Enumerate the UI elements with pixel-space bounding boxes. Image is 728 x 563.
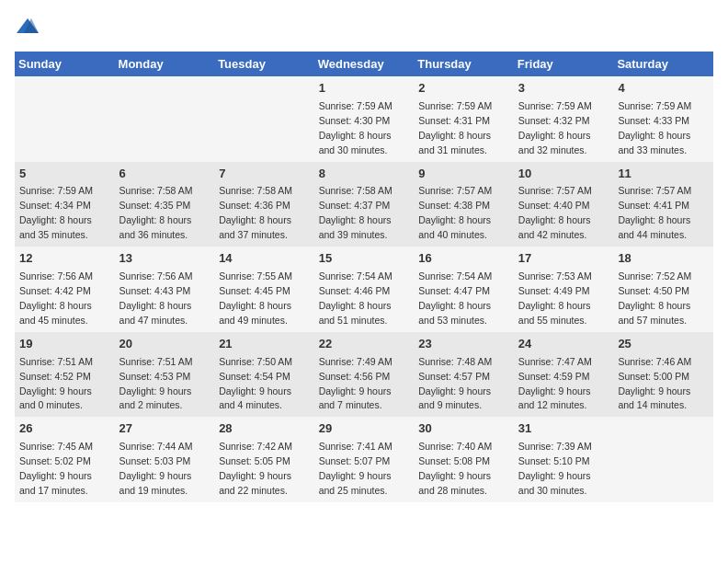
day-cell: 3Sunrise: 7:59 AM Sunset: 4:32 PM Daylig… bbox=[514, 76, 614, 162]
week-row-1: 1Sunrise: 7:59 AM Sunset: 4:30 PM Daylig… bbox=[15, 76, 713, 162]
day-cell: 29Sunrise: 7:41 AM Sunset: 5:07 PM Dayli… bbox=[314, 417, 415, 502]
day-info: Sunrise: 7:58 AM Sunset: 4:37 PM Dayligh… bbox=[319, 185, 392, 240]
day-header-wednesday: Wednesday bbox=[314, 52, 415, 76]
day-info: Sunrise: 7:57 AM Sunset: 4:40 PM Dayligh… bbox=[518, 185, 592, 240]
day-number: 16 bbox=[418, 250, 509, 268]
day-number: 13 bbox=[119, 250, 210, 268]
day-cell: 1Sunrise: 7:59 AM Sunset: 4:30 PM Daylig… bbox=[314, 76, 415, 162]
week-row-3: 12Sunrise: 7:56 AM Sunset: 4:42 PM Dayli… bbox=[15, 247, 713, 332]
day-cell bbox=[15, 76, 115, 162]
day-number: 8 bbox=[319, 166, 410, 183]
day-number: 15 bbox=[319, 250, 410, 268]
day-info: Sunrise: 7:59 AM Sunset: 4:31 PM Dayligh… bbox=[418, 100, 492, 155]
day-number: 11 bbox=[618, 166, 709, 183]
day-info: Sunrise: 7:41 AM Sunset: 5:07 PM Dayligh… bbox=[319, 441, 392, 496]
day-info: Sunrise: 7:59 AM Sunset: 4:32 PM Dayligh… bbox=[518, 100, 592, 155]
day-number: 30 bbox=[418, 420, 509, 438]
day-info: Sunrise: 7:56 AM Sunset: 4:43 PM Dayligh… bbox=[119, 270, 193, 326]
day-cell bbox=[613, 417, 713, 502]
day-cell: 25Sunrise: 7:46 AM Sunset: 5:00 PM Dayli… bbox=[613, 332, 713, 418]
page-header bbox=[15, 15, 713, 40]
day-number: 6 bbox=[119, 166, 210, 183]
day-cell: 31Sunrise: 7:39 AM Sunset: 5:10 PM Dayli… bbox=[514, 417, 614, 502]
logo-icon bbox=[15, 15, 40, 40]
day-header-sunday: Sunday bbox=[15, 52, 115, 76]
day-number: 28 bbox=[219, 420, 310, 438]
day-cell bbox=[115, 76, 215, 162]
day-info: Sunrise: 7:48 AM Sunset: 4:57 PM Dayligh… bbox=[418, 356, 492, 411]
day-info: Sunrise: 7:42 AM Sunset: 5:05 PM Dayligh… bbox=[219, 441, 292, 496]
day-cell: 6Sunrise: 7:58 AM Sunset: 4:35 PM Daylig… bbox=[115, 162, 215, 247]
day-cell: 2Sunrise: 7:59 AM Sunset: 4:31 PM Daylig… bbox=[414, 76, 514, 162]
day-cell bbox=[214, 76, 314, 162]
day-number: 7 bbox=[219, 166, 310, 183]
day-number: 10 bbox=[518, 166, 609, 183]
day-number: 1 bbox=[319, 80, 410, 98]
day-number: 24 bbox=[518, 336, 609, 353]
day-info: Sunrise: 7:49 AM Sunset: 4:56 PM Dayligh… bbox=[319, 356, 392, 411]
day-cell: 17Sunrise: 7:53 AM Sunset: 4:49 PM Dayli… bbox=[514, 247, 614, 332]
day-number: 27 bbox=[119, 420, 210, 438]
day-cell: 16Sunrise: 7:54 AM Sunset: 4:47 PM Dayli… bbox=[414, 247, 514, 332]
day-number: 25 bbox=[618, 336, 709, 353]
day-number: 26 bbox=[19, 420, 110, 438]
day-header-thursday: Thursday bbox=[414, 52, 514, 76]
day-info: Sunrise: 7:40 AM Sunset: 5:08 PM Dayligh… bbox=[418, 441, 492, 496]
day-info: Sunrise: 7:58 AM Sunset: 4:35 PM Dayligh… bbox=[119, 185, 193, 240]
day-info: Sunrise: 7:50 AM Sunset: 4:54 PM Dayligh… bbox=[219, 356, 292, 411]
day-info: Sunrise: 7:59 AM Sunset: 4:33 PM Dayligh… bbox=[618, 100, 691, 155]
day-info: Sunrise: 7:54 AM Sunset: 4:46 PM Dayligh… bbox=[319, 270, 392, 326]
day-header-friday: Friday bbox=[514, 52, 614, 76]
day-info: Sunrise: 7:56 AM Sunset: 4:42 PM Dayligh… bbox=[19, 270, 93, 326]
day-cell: 24Sunrise: 7:47 AM Sunset: 4:59 PM Dayli… bbox=[514, 332, 614, 418]
day-cell: 15Sunrise: 7:54 AM Sunset: 4:46 PM Dayli… bbox=[314, 247, 415, 332]
day-number: 21 bbox=[219, 336, 310, 353]
day-headers-row: SundayMondayTuesdayWednesdayThursdayFrid… bbox=[15, 52, 713, 76]
day-number: 23 bbox=[418, 336, 509, 353]
day-cell: 5Sunrise: 7:59 AM Sunset: 4:34 PM Daylig… bbox=[15, 162, 115, 247]
day-info: Sunrise: 7:51 AM Sunset: 4:52 PM Dayligh… bbox=[19, 356, 93, 411]
day-info: Sunrise: 7:59 AM Sunset: 4:30 PM Dayligh… bbox=[319, 100, 392, 155]
day-cell: 18Sunrise: 7:52 AM Sunset: 4:50 PM Dayli… bbox=[613, 247, 713, 332]
day-number: 9 bbox=[418, 166, 509, 183]
day-cell: 27Sunrise: 7:44 AM Sunset: 5:03 PM Dayli… bbox=[115, 417, 215, 502]
day-info: Sunrise: 7:57 AM Sunset: 4:41 PM Dayligh… bbox=[618, 185, 691, 240]
day-cell: 7Sunrise: 7:58 AM Sunset: 4:36 PM Daylig… bbox=[214, 162, 314, 247]
day-cell: 28Sunrise: 7:42 AM Sunset: 5:05 PM Dayli… bbox=[214, 417, 314, 502]
day-number: 31 bbox=[518, 420, 609, 438]
day-number: 12 bbox=[19, 250, 110, 268]
day-cell: 14Sunrise: 7:55 AM Sunset: 4:45 PM Dayli… bbox=[214, 247, 314, 332]
day-header-saturday: Saturday bbox=[613, 52, 713, 76]
day-info: Sunrise: 7:55 AM Sunset: 4:45 PM Dayligh… bbox=[219, 270, 292, 326]
week-row-2: 5Sunrise: 7:59 AM Sunset: 4:34 PM Daylig… bbox=[15, 162, 713, 247]
day-info: Sunrise: 7:57 AM Sunset: 4:38 PM Dayligh… bbox=[418, 185, 492, 240]
day-header-tuesday: Tuesday bbox=[214, 52, 314, 76]
day-info: Sunrise: 7:52 AM Sunset: 4:50 PM Dayligh… bbox=[618, 270, 691, 326]
day-cell: 8Sunrise: 7:58 AM Sunset: 4:37 PM Daylig… bbox=[314, 162, 415, 247]
day-cell: 26Sunrise: 7:45 AM Sunset: 5:02 PM Dayli… bbox=[15, 417, 115, 502]
day-cell: 13Sunrise: 7:56 AM Sunset: 4:43 PM Dayli… bbox=[115, 247, 215, 332]
day-number: 3 bbox=[518, 80, 609, 98]
day-cell: 12Sunrise: 7:56 AM Sunset: 4:42 PM Dayli… bbox=[15, 247, 115, 332]
day-number: 20 bbox=[119, 336, 210, 353]
week-row-5: 26Sunrise: 7:45 AM Sunset: 5:02 PM Dayli… bbox=[15, 417, 713, 502]
day-number: 5 bbox=[19, 166, 110, 183]
day-cell: 20Sunrise: 7:51 AM Sunset: 4:53 PM Dayli… bbox=[115, 332, 215, 418]
day-info: Sunrise: 7:58 AM Sunset: 4:36 PM Dayligh… bbox=[219, 185, 292, 240]
day-info: Sunrise: 7:51 AM Sunset: 4:53 PM Dayligh… bbox=[119, 356, 193, 411]
day-number: 17 bbox=[518, 250, 609, 268]
day-number: 29 bbox=[319, 420, 410, 438]
day-header-monday: Monday bbox=[115, 52, 215, 76]
day-info: Sunrise: 7:39 AM Sunset: 5:10 PM Dayligh… bbox=[518, 441, 592, 496]
week-row-4: 19Sunrise: 7:51 AM Sunset: 4:52 PM Dayli… bbox=[15, 332, 713, 418]
day-number: 4 bbox=[618, 80, 709, 98]
day-info: Sunrise: 7:54 AM Sunset: 4:47 PM Dayligh… bbox=[418, 270, 492, 326]
day-cell: 30Sunrise: 7:40 AM Sunset: 5:08 PM Dayli… bbox=[414, 417, 514, 502]
day-info: Sunrise: 7:47 AM Sunset: 4:59 PM Dayligh… bbox=[518, 356, 592, 411]
day-cell: 4Sunrise: 7:59 AM Sunset: 4:33 PM Daylig… bbox=[613, 76, 713, 162]
day-cell: 23Sunrise: 7:48 AM Sunset: 4:57 PM Dayli… bbox=[414, 332, 514, 418]
calendar-table: SundayMondayTuesdayWednesdayThursdayFrid… bbox=[15, 52, 713, 502]
day-cell: 19Sunrise: 7:51 AM Sunset: 4:52 PM Dayli… bbox=[15, 332, 115, 418]
day-info: Sunrise: 7:53 AM Sunset: 4:49 PM Dayligh… bbox=[518, 270, 592, 326]
day-cell: 10Sunrise: 7:57 AM Sunset: 4:40 PM Dayli… bbox=[514, 162, 614, 247]
